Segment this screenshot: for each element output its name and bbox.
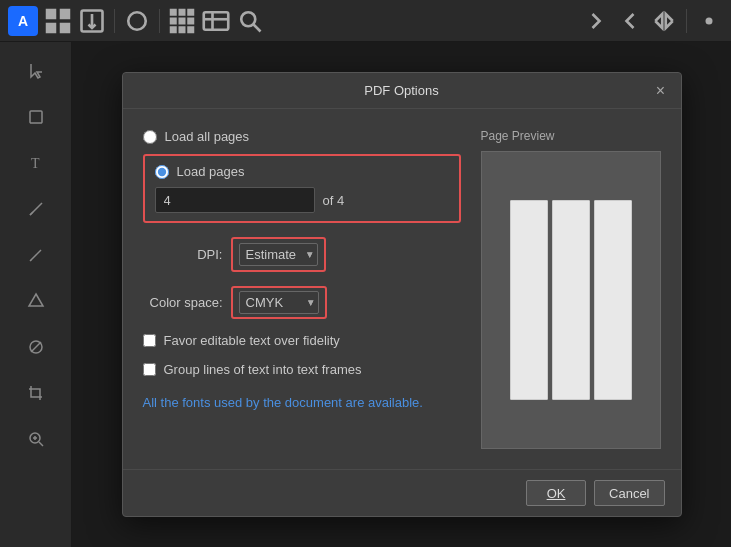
preview-label: Page Preview [481, 129, 661, 143]
group-lines-checkbox[interactable] [143, 363, 156, 376]
toolbar-btn-arrows[interactable] [650, 7, 678, 35]
dialog-close-button[interactable]: × [651, 81, 671, 101]
svg-rect-8 [179, 8, 186, 15]
sidebar-item-shape[interactable] [15, 280, 57, 322]
sidebar-item-text[interactable]: T [15, 142, 57, 184]
dialog-title: PDF Options [364, 83, 438, 98]
page-thumb-1 [510, 200, 548, 400]
dpi-label: DPI: [143, 247, 223, 262]
preview-panel: Page Preview [481, 129, 661, 449]
sidebar-item-crop[interactable] [15, 372, 57, 414]
load-pages-label[interactable]: Load pages [177, 164, 245, 179]
favor-editable-label[interactable]: Favor editable text over fidelity [164, 333, 340, 348]
dialog-overlay: PDF Options × Load all pages [72, 42, 731, 547]
group-lines-label[interactable]: Group lines of text into text frames [164, 362, 362, 377]
main-area: T PDF Options × [0, 42, 731, 547]
toolbar-btn-arrow[interactable] [582, 7, 610, 35]
svg-rect-3 [60, 22, 71, 33]
ok-button[interactable]: OK [526, 480, 586, 506]
pdf-options-dialog: PDF Options × Load all pages [122, 72, 682, 517]
page-number-input[interactable] [155, 187, 315, 213]
svg-text:T: T [31, 156, 40, 171]
svg-rect-10 [170, 17, 177, 24]
toolbar: A [0, 0, 731, 42]
svg-rect-2 [46, 22, 57, 33]
toolbar-btn-zoom[interactable] [236, 7, 264, 35]
cancel-button[interactable]: Cancel [594, 480, 664, 506]
dpi-row: DPI: Estimate 72 96 150 300 ▾ [143, 237, 461, 272]
load-all-pages-radio[interactable] [143, 130, 157, 144]
sidebar-item-zoom2[interactable] [15, 418, 57, 460]
favor-editable-checkbox[interactable] [143, 334, 156, 347]
svg-line-27 [31, 342, 41, 352]
svg-rect-1 [60, 8, 71, 19]
load-pages-box: Load pages of 4 [143, 154, 461, 223]
page-of-label: of 4 [323, 193, 345, 208]
svg-line-20 [254, 24, 261, 31]
svg-rect-16 [204, 12, 229, 30]
colorspace-select[interactable]: CMYK RGB Grayscale [239, 291, 319, 314]
toolbar-separator-3 [686, 9, 687, 33]
sidebar: T [0, 42, 72, 547]
ok-label: OK [547, 486, 566, 501]
svg-marker-25 [29, 294, 43, 306]
group-lines-row: Group lines of text into text frames [143, 362, 461, 377]
svg-point-21 [706, 17, 713, 24]
dpi-select-wrapper: Estimate 72 96 150 300 ▾ [239, 243, 318, 266]
color-space-row: Color space: CMYK RGB Grayscale ▾ [143, 286, 461, 319]
app-logo: A [8, 6, 38, 36]
load-all-pages-row: Load all pages [143, 129, 461, 144]
dpi-select[interactable]: Estimate 72 96 150 300 [239, 243, 318, 266]
toolbar-btn-grid[interactable] [44, 7, 72, 35]
sidebar-item-brush[interactable] [15, 234, 57, 276]
svg-rect-22 [30, 111, 42, 123]
dialog-header: PDF Options × [123, 73, 681, 109]
svg-point-19 [241, 12, 255, 26]
options-panel: Load all pages Load pages of 4 [143, 129, 461, 449]
load-pages-radio-row: Load pages [155, 164, 449, 179]
svg-point-6 [128, 12, 146, 30]
dpi-box: Estimate 72 96 150 300 ▾ [231, 237, 326, 272]
sidebar-item-pen[interactable] [15, 188, 57, 230]
load-all-pages-label[interactable]: Load all pages [165, 129, 250, 144]
color-space-label: Color space: [143, 295, 223, 310]
fonts-info-text: All the fonts used by the document are a… [143, 395, 461, 410]
svg-rect-12 [187, 17, 194, 24]
toolbar-btn-flip[interactable] [616, 7, 644, 35]
dialog-footer: OK Cancel [123, 469, 681, 516]
svg-rect-13 [170, 26, 177, 33]
svg-line-29 [39, 442, 43, 446]
svg-rect-14 [179, 26, 186, 33]
colorspace-select-wrapper: CMYK RGB Grayscale ▾ [239, 291, 319, 314]
svg-rect-15 [187, 26, 194, 33]
toolbar-btn-table[interactable] [202, 7, 230, 35]
svg-rect-0 [46, 8, 57, 19]
dialog-body: Load all pages Load pages of 4 [123, 109, 681, 469]
svg-line-24 [30, 212, 33, 215]
toolbar-btn-export[interactable] [78, 7, 106, 35]
svg-rect-11 [179, 17, 186, 24]
toolbar-btn-grid2[interactable] [168, 7, 196, 35]
toolbar-separator-1 [114, 9, 115, 33]
page-preview-area [481, 151, 661, 449]
page-thumb-2 [552, 200, 590, 400]
sidebar-item-cursor[interactable] [15, 50, 57, 92]
svg-rect-7 [170, 8, 177, 15]
svg-rect-9 [187, 8, 194, 15]
toolbar-separator-2 [159, 9, 160, 33]
colorspace-box: CMYK RGB Grayscale ▾ [231, 286, 327, 319]
page-input-row: of 4 [155, 187, 449, 213]
toolbar-btn-extra[interactable] [695, 7, 723, 35]
page-thumb-3 [594, 200, 632, 400]
load-pages-radio[interactable] [155, 165, 169, 179]
sidebar-item-select[interactable] [15, 96, 57, 138]
favor-editable-row: Favor editable text over fidelity [143, 333, 461, 348]
toolbar-btn-circle[interactable] [123, 7, 151, 35]
sidebar-item-gradient[interactable] [15, 326, 57, 368]
